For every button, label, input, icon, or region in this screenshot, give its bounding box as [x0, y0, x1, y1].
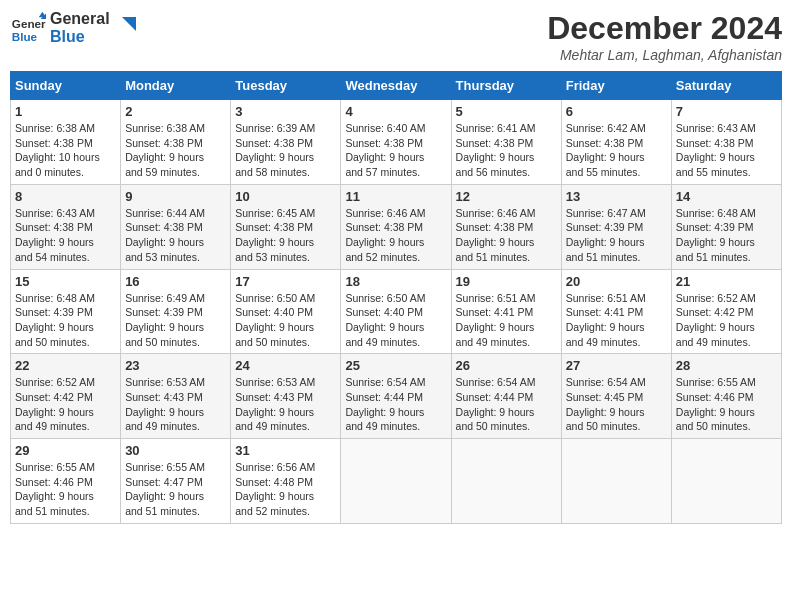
calendar-cell: 8 Sunrise: 6:43 AM Sunset: 4:38 PM Dayli… [11, 184, 121, 269]
day-number: 1 [15, 104, 116, 119]
calendar-cell: 21 Sunrise: 6:52 AM Sunset: 4:42 PM Dayl… [671, 269, 781, 354]
day-number: 27 [566, 358, 667, 373]
day-number: 16 [125, 274, 226, 289]
calendar-week-row: 29 Sunrise: 6:55 AM Sunset: 4:46 PM Dayl… [11, 439, 782, 524]
weekday-header: Friday [561, 72, 671, 100]
calendar-week-row: 22 Sunrise: 6:52 AM Sunset: 4:42 PM Dayl… [11, 354, 782, 439]
logo-general: General [50, 10, 110, 28]
day-number: 11 [345, 189, 446, 204]
calendar-cell: 12 Sunrise: 6:46 AM Sunset: 4:38 PM Dayl… [451, 184, 561, 269]
day-info: Sunrise: 6:43 AM Sunset: 4:38 PM Dayligh… [15, 206, 116, 265]
logo-blue: Blue [50, 28, 110, 46]
weekday-header: Thursday [451, 72, 561, 100]
day-info: Sunrise: 6:53 AM Sunset: 4:43 PM Dayligh… [125, 375, 226, 434]
calendar-cell: 9 Sunrise: 6:44 AM Sunset: 4:38 PM Dayli… [121, 184, 231, 269]
day-info: Sunrise: 6:46 AM Sunset: 4:38 PM Dayligh… [456, 206, 557, 265]
calendar-cell: 13 Sunrise: 6:47 AM Sunset: 4:39 PM Dayl… [561, 184, 671, 269]
calendar-cell: 19 Sunrise: 6:51 AM Sunset: 4:41 PM Dayl… [451, 269, 561, 354]
calendar-cell [671, 439, 781, 524]
calendar-table: SundayMondayTuesdayWednesdayThursdayFrid… [10, 71, 782, 524]
day-info: Sunrise: 6:50 AM Sunset: 4:40 PM Dayligh… [345, 291, 446, 350]
day-number: 7 [676, 104, 777, 119]
calendar-week-row: 8 Sunrise: 6:43 AM Sunset: 4:38 PM Dayli… [11, 184, 782, 269]
day-number: 25 [345, 358, 446, 373]
day-number: 13 [566, 189, 667, 204]
day-info: Sunrise: 6:49 AM Sunset: 4:39 PM Dayligh… [125, 291, 226, 350]
calendar-cell: 15 Sunrise: 6:48 AM Sunset: 4:39 PM Dayl… [11, 269, 121, 354]
day-info: Sunrise: 6:51 AM Sunset: 4:41 PM Dayligh… [566, 291, 667, 350]
day-info: Sunrise: 6:44 AM Sunset: 4:38 PM Dayligh… [125, 206, 226, 265]
day-number: 23 [125, 358, 226, 373]
day-info: Sunrise: 6:50 AM Sunset: 4:40 PM Dayligh… [235, 291, 336, 350]
calendar-week-row: 15 Sunrise: 6:48 AM Sunset: 4:39 PM Dayl… [11, 269, 782, 354]
day-number: 5 [456, 104, 557, 119]
calendar-cell: 25 Sunrise: 6:54 AM Sunset: 4:44 PM Dayl… [341, 354, 451, 439]
calendar-cell: 23 Sunrise: 6:53 AM Sunset: 4:43 PM Dayl… [121, 354, 231, 439]
weekday-header: Saturday [671, 72, 781, 100]
day-info: Sunrise: 6:38 AM Sunset: 4:38 PM Dayligh… [125, 121, 226, 180]
calendar-cell: 31 Sunrise: 6:56 AM Sunset: 4:48 PM Dayl… [231, 439, 341, 524]
logo-arrow-icon [114, 17, 136, 39]
day-number: 24 [235, 358, 336, 373]
calendar-cell: 7 Sunrise: 6:43 AM Sunset: 4:38 PM Dayli… [671, 100, 781, 185]
day-number: 10 [235, 189, 336, 204]
day-info: Sunrise: 6:54 AM Sunset: 4:45 PM Dayligh… [566, 375, 667, 434]
day-info: Sunrise: 6:53 AM Sunset: 4:43 PM Dayligh… [235, 375, 336, 434]
day-info: Sunrise: 6:46 AM Sunset: 4:38 PM Dayligh… [345, 206, 446, 265]
calendar-cell [341, 439, 451, 524]
calendar-cell: 16 Sunrise: 6:49 AM Sunset: 4:39 PM Dayl… [121, 269, 231, 354]
day-number: 3 [235, 104, 336, 119]
calendar-cell: 28 Sunrise: 6:55 AM Sunset: 4:46 PM Dayl… [671, 354, 781, 439]
weekday-header: Monday [121, 72, 231, 100]
svg-text:Blue: Blue [12, 30, 38, 43]
day-info: Sunrise: 6:48 AM Sunset: 4:39 PM Dayligh… [15, 291, 116, 350]
day-number: 12 [456, 189, 557, 204]
calendar-cell: 22 Sunrise: 6:52 AM Sunset: 4:42 PM Dayl… [11, 354, 121, 439]
month-title: December 2024 [547, 10, 782, 47]
day-info: Sunrise: 6:56 AM Sunset: 4:48 PM Dayligh… [235, 460, 336, 519]
day-number: 30 [125, 443, 226, 458]
calendar-header-row: SundayMondayTuesdayWednesdayThursdayFrid… [11, 72, 782, 100]
calendar-cell: 2 Sunrise: 6:38 AM Sunset: 4:38 PM Dayli… [121, 100, 231, 185]
day-info: Sunrise: 6:47 AM Sunset: 4:39 PM Dayligh… [566, 206, 667, 265]
calendar-cell: 6 Sunrise: 6:42 AM Sunset: 4:38 PM Dayli… [561, 100, 671, 185]
day-number: 18 [345, 274, 446, 289]
day-info: Sunrise: 6:41 AM Sunset: 4:38 PM Dayligh… [456, 121, 557, 180]
day-info: Sunrise: 6:43 AM Sunset: 4:38 PM Dayligh… [676, 121, 777, 180]
day-number: 28 [676, 358, 777, 373]
day-number: 8 [15, 189, 116, 204]
day-info: Sunrise: 6:52 AM Sunset: 4:42 PM Dayligh… [676, 291, 777, 350]
day-number: 2 [125, 104, 226, 119]
day-number: 21 [676, 274, 777, 289]
day-info: Sunrise: 6:55 AM Sunset: 4:47 PM Dayligh… [125, 460, 226, 519]
location: Mehtar Lam, Laghman, Afghanistan [547, 47, 782, 63]
weekday-header: Sunday [11, 72, 121, 100]
calendar-cell [561, 439, 671, 524]
day-info: Sunrise: 6:39 AM Sunset: 4:38 PM Dayligh… [235, 121, 336, 180]
calendar-cell: 11 Sunrise: 6:46 AM Sunset: 4:38 PM Dayl… [341, 184, 451, 269]
weekday-header: Wednesday [341, 72, 451, 100]
day-number: 17 [235, 274, 336, 289]
day-number: 19 [456, 274, 557, 289]
day-info: Sunrise: 6:42 AM Sunset: 4:38 PM Dayligh… [566, 121, 667, 180]
logo: General Blue General Blue [10, 10, 136, 46]
calendar-cell: 30 Sunrise: 6:55 AM Sunset: 4:47 PM Dayl… [121, 439, 231, 524]
day-number: 31 [235, 443, 336, 458]
logo-icon: General Blue [10, 10, 46, 46]
calendar-cell: 5 Sunrise: 6:41 AM Sunset: 4:38 PM Dayli… [451, 100, 561, 185]
day-info: Sunrise: 6:55 AM Sunset: 4:46 PM Dayligh… [676, 375, 777, 434]
day-info: Sunrise: 6:40 AM Sunset: 4:38 PM Dayligh… [345, 121, 446, 180]
calendar-cell: 4 Sunrise: 6:40 AM Sunset: 4:38 PM Dayli… [341, 100, 451, 185]
day-info: Sunrise: 6:48 AM Sunset: 4:39 PM Dayligh… [676, 206, 777, 265]
calendar-cell: 27 Sunrise: 6:54 AM Sunset: 4:45 PM Dayl… [561, 354, 671, 439]
calendar-cell: 29 Sunrise: 6:55 AM Sunset: 4:46 PM Dayl… [11, 439, 121, 524]
calendar-cell: 14 Sunrise: 6:48 AM Sunset: 4:39 PM Dayl… [671, 184, 781, 269]
title-area: December 2024 Mehtar Lam, Laghman, Afgha… [547, 10, 782, 63]
day-info: Sunrise: 6:45 AM Sunset: 4:38 PM Dayligh… [235, 206, 336, 265]
day-info: Sunrise: 6:51 AM Sunset: 4:41 PM Dayligh… [456, 291, 557, 350]
day-number: 29 [15, 443, 116, 458]
calendar-cell: 26 Sunrise: 6:54 AM Sunset: 4:44 PM Dayl… [451, 354, 561, 439]
weekday-header: Tuesday [231, 72, 341, 100]
day-number: 15 [15, 274, 116, 289]
day-number: 20 [566, 274, 667, 289]
